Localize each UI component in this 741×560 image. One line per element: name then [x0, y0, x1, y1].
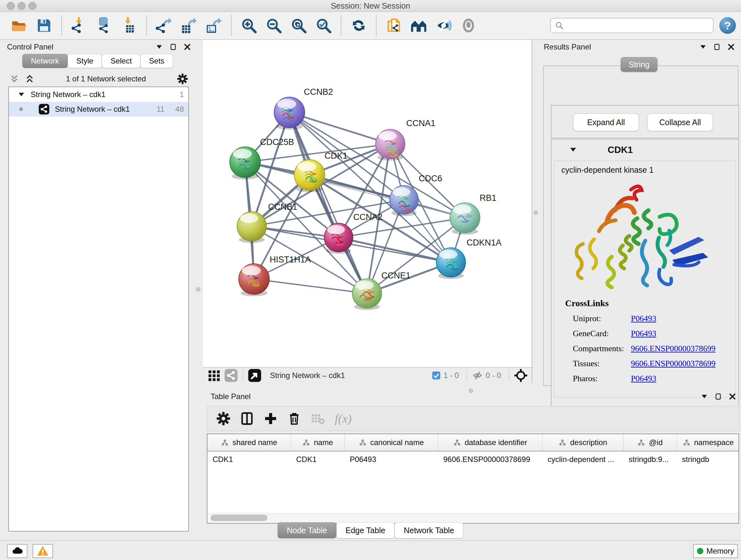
tab-select[interactable]: Select [102, 54, 140, 68]
hidden-eye-slash-icon[interactable] [472, 370, 483, 381]
selected-checkbox-icon[interactable] [431, 371, 441, 380]
detach-view-icon[interactable] [248, 368, 262, 382]
export-table-icon[interactable] [181, 17, 197, 34]
maximize-panel-icon[interactable] [170, 44, 177, 51]
save-session-icon[interactable] [36, 17, 52, 34]
tab-string[interactable]: String [621, 57, 657, 72]
table-settings-gear-icon[interactable] [216, 411, 231, 426]
column-header-namespace[interactable]: namespace [677, 434, 739, 451]
new-network-from-selection-icon[interactable] [386, 17, 402, 34]
current-network-dot-icon [18, 106, 24, 112]
first-neighbors-icon[interactable] [410, 17, 427, 34]
node-CDKN1A[interactable]: CDKN1A [436, 238, 502, 279]
network-graph[interactable]: CCNB2CCNA1CDC25BCDK1CDC6RB1CCNB1CCNA2CDK… [203, 40, 532, 367]
crosslink-compartments-link[interactable]: 9606.ENSP00000378699 [631, 344, 716, 354]
memory-button[interactable]: Memory [693, 544, 738, 558]
node-CCNA1[interactable]: CCNA1 [376, 118, 435, 161]
delete-row-icon[interactable] [287, 411, 301, 426]
node-HIST1H1A[interactable]: HIST1H1A [239, 255, 311, 296]
column-header-shared-name[interactable]: shared name [207, 434, 291, 451]
import-network-database-icon[interactable] [96, 17, 112, 34]
node-CDC25B[interactable]: CDC25B [230, 137, 294, 179]
float-panel-icon[interactable] [699, 44, 706, 51]
column-header-description[interactable]: description [542, 434, 623, 451]
crosslink-tissues-link[interactable]: 9606.ENSP00000378699 [631, 359, 716, 368]
table-cell[interactable]: cyclin-dependent ... [542, 451, 623, 468]
network-row[interactable]: String Network – cdk1 11 48 [9, 102, 188, 117]
birds-eye-crosshair-icon[interactable] [514, 368, 528, 382]
table-cell[interactable]: stringdb [677, 451, 739, 468]
import-network-file-icon[interactable] [71, 17, 87, 34]
node-RB1[interactable]: RB1 [450, 193, 496, 235]
export-network-icon[interactable] [156, 17, 172, 34]
help-button[interactable]: ? [719, 17, 736, 34]
left-splitter-handle[interactable] [196, 287, 200, 292]
search-input[interactable] [564, 21, 713, 30]
delete-table-icon[interactable] [311, 411, 325, 426]
crosslink-genecard-link[interactable]: P06493 [631, 329, 656, 338]
column-header--id[interactable]: @id [623, 434, 677, 451]
crosslink-uniprot-link[interactable]: P06493 [631, 314, 656, 323]
float-panel-icon[interactable] [156, 44, 163, 51]
tab-edge-table[interactable]: Edge Table [336, 522, 395, 538]
close-panel-icon[interactable] [729, 393, 736, 400]
node-CCNE1[interactable]: CCNE1 [352, 271, 411, 310]
close-panel-icon[interactable] [184, 44, 191, 51]
network-options-gear-icon[interactable] [177, 73, 188, 84]
scrollbar-thumb[interactable] [211, 515, 267, 521]
maximize-panel-icon[interactable] [715, 393, 722, 400]
tab-sets[interactable]: Sets [140, 54, 173, 68]
tab-network[interactable]: Network [22, 54, 68, 68]
collection-expander-icon[interactable] [18, 91, 25, 98]
network-tiles-icon[interactable] [207, 369, 221, 382]
network-collection-row[interactable]: String Network – cdk1 1 [9, 87, 188, 102]
zoom-out-icon[interactable] [266, 17, 282, 34]
table-cell[interactable]: CDK1 [207, 451, 291, 468]
tab-node-table[interactable]: Node Table [278, 522, 336, 538]
function-builder-icon[interactable]: f(x) [335, 412, 352, 426]
zoom-in-icon[interactable] [241, 17, 257, 34]
expand-collapse-box: Expand All Collapse All [551, 105, 739, 138]
add-row-icon[interactable] [263, 411, 278, 426]
zoom-selected-icon[interactable] [315, 17, 332, 34]
warnings-button[interactable] [32, 544, 53, 558]
table-row[interactable]: CDK1CDK1P064939606.ENSP00000378699cyclin… [207, 451, 738, 468]
table-cell[interactable]: P06493 [345, 451, 438, 468]
node-table[interactable]: shared namenamecanonical namedatabase id… [207, 434, 739, 523]
network-canvas[interactable]: CCNB2CCNA1CDC25BCDK1CDC6RB1CCNB1CCNA2CDK… [203, 40, 532, 367]
cloud-button[interactable] [7, 544, 27, 558]
hide-selected-icon[interactable] [435, 17, 452, 34]
expand-all-networks-icon[interactable] [24, 73, 35, 84]
zoom-fit-icon[interactable] [290, 17, 307, 34]
column-header-database-identifier[interactable]: database identifier [438, 434, 542, 451]
search-box[interactable] [550, 18, 714, 33]
apply-preferred-layout-icon[interactable] [350, 17, 367, 34]
show-columns-icon[interactable] [240, 411, 254, 426]
open-session-icon[interactable] [11, 17, 27, 34]
collapse-all-button[interactable]: Collapse All [647, 113, 713, 131]
protein-expander-icon[interactable] [569, 146, 577, 153]
network-share-view-icon[interactable] [224, 368, 238, 382]
right-splitter-handle[interactable] [534, 210, 538, 215]
table-cell[interactable]: CDK1 [291, 451, 345, 468]
show-all-icon[interactable] [460, 17, 477, 34]
column-header-canonical-name[interactable]: canonical name [345, 434, 438, 451]
column-type-icon [302, 439, 310, 446]
collapse-all-networks-icon[interactable] [9, 73, 20, 84]
node-CCNB1[interactable]: CCNB1 [237, 202, 297, 243]
maximize-panel-icon[interactable] [714, 44, 721, 51]
tab-network-table[interactable]: Network Table [394, 522, 463, 538]
table-horizontal-scrollbar[interactable] [208, 513, 739, 522]
export-image-icon[interactable] [205, 17, 222, 34]
close-panel-icon[interactable] [728, 44, 735, 51]
float-panel-icon[interactable] [701, 393, 708, 400]
import-table-icon[interactable] [121, 17, 137, 34]
edge-CCNB2-CCNA1[interactable] [289, 112, 390, 144]
crosslink-pharos-link[interactable]: P06493 [631, 374, 656, 383]
edge-HIST1H1A-CCNE1[interactable] [254, 279, 367, 294]
expand-all-button[interactable]: Expand All [573, 113, 639, 131]
table-cell[interactable]: 9606.ENSP00000378699 [438, 451, 542, 468]
tab-style[interactable]: Style [68, 54, 102, 68]
column-header-name[interactable]: name [291, 434, 345, 451]
table-cell[interactable]: stringdb:9... [623, 451, 677, 468]
